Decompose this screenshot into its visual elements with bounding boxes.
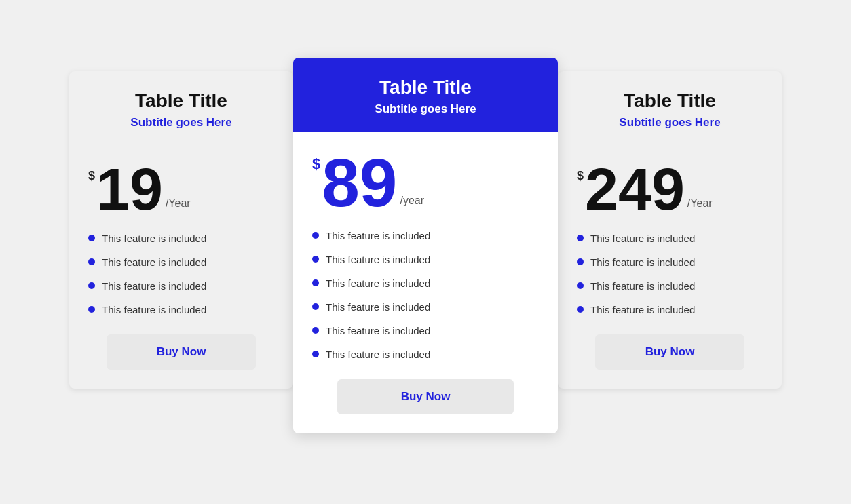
feature-text: This feature is included (326, 349, 430, 360)
feature-text: This feature is included (326, 325, 430, 336)
price-period-featured: /year (400, 195, 424, 207)
currency-symbol-basic: $ (88, 169, 95, 183)
list-item: This feature is included (577, 304, 763, 315)
buy-button-basic[interactable]: Buy Now (107, 334, 256, 370)
feature-text: This feature is included (590, 280, 695, 292)
price-section-featured: $89/year (312, 149, 539, 216)
feature-dot-icon (312, 279, 319, 286)
card-header-featured: Table TitleSubtitle goes Here (293, 58, 558, 132)
card-subtitle-enterprise: Subtitle goes Here (571, 116, 768, 130)
feature-text: This feature is included (102, 304, 206, 315)
card-body-enterprise: $249/YearThis feature is includedThis fe… (558, 143, 782, 389)
list-item: This feature is included (577, 233, 763, 244)
pricing-card-basic: Table TitleSubtitle goes Here$19/YearThi… (69, 71, 293, 389)
feature-dot-icon (312, 232, 319, 239)
feature-text: This feature is included (102, 256, 206, 268)
feature-text: This feature is included (326, 254, 430, 265)
feature-dot-icon (88, 282, 95, 289)
feature-dot-icon (312, 327, 319, 334)
features-list-basic: This feature is includedThis feature is … (88, 233, 274, 315)
list-item: This feature is included (312, 301, 539, 313)
pricing-card-enterprise: Table TitleSubtitle goes Here$249/YearTh… (558, 71, 782, 389)
card-body-featured: $89/yearThis feature is includedThis fea… (293, 132, 558, 433)
feature-dot-icon (88, 235, 95, 241)
buy-button-featured[interactable]: Buy Now (337, 379, 514, 414)
list-item: This feature is included (88, 304, 274, 315)
feature-text: This feature is included (326, 277, 430, 289)
feature-text: This feature is included (102, 280, 206, 292)
feature-dot-icon (577, 306, 584, 313)
card-header-basic: Table TitleSubtitle goes Here (69, 71, 293, 143)
list-item: This feature is included (577, 280, 763, 292)
currency-symbol-enterprise: $ (577, 169, 584, 183)
feature-text: This feature is included (102, 233, 206, 244)
feature-dot-icon (312, 303, 319, 310)
currency-symbol-featured: $ (312, 155, 320, 173)
card-title-enterprise: Table Title (571, 90, 768, 112)
card-title-featured: Table Title (307, 77, 544, 98)
feature-dot-icon (88, 306, 95, 313)
feature-text: This feature is included (590, 304, 695, 315)
price-section-basic: $19/Year (88, 159, 274, 219)
list-item: This feature is included (88, 256, 274, 268)
buy-button-enterprise[interactable]: Buy Now (595, 334, 744, 370)
features-list-featured: This feature is includedThis feature is … (312, 230, 539, 360)
pricing-container: Table TitleSubtitle goes Here$19/YearThi… (0, 51, 851, 454)
card-header-enterprise: Table TitleSubtitle goes Here (558, 71, 782, 143)
card-subtitle-featured: Subtitle goes Here (307, 102, 544, 116)
features-list-enterprise: This feature is includedThis feature is … (577, 233, 763, 315)
feature-dot-icon (577, 258, 584, 265)
list-item: This feature is included (312, 349, 539, 360)
feature-dot-icon (312, 351, 319, 357)
card-title-basic: Table Title (83, 90, 280, 112)
feature-text: This feature is included (326, 230, 430, 241)
list-item: This feature is included (577, 256, 763, 268)
price-amount-basic: 19 (96, 159, 163, 219)
price-period-enterprise: /Year (687, 197, 713, 210)
list-item: This feature is included (312, 254, 539, 265)
feature-dot-icon (312, 256, 319, 263)
price-amount-enterprise: 249 (585, 159, 685, 219)
feature-dot-icon (88, 258, 95, 265)
feature-text: This feature is included (590, 233, 695, 244)
price-section-enterprise: $249/Year (577, 159, 763, 219)
list-item: This feature is included (312, 325, 539, 336)
list-item: This feature is included (88, 280, 274, 292)
list-item: This feature is included (312, 277, 539, 289)
price-period-basic: /Year (166, 197, 191, 210)
pricing-card-featured: Table TitleSubtitle goes Here$89/yearThi… (293, 58, 558, 433)
feature-text: This feature is included (590, 256, 695, 268)
card-subtitle-basic: Subtitle goes Here (83, 116, 280, 130)
feature-text: This feature is included (326, 301, 430, 313)
feature-dot-icon (577, 282, 584, 289)
list-item: This feature is included (312, 230, 539, 241)
price-amount-featured: 89 (322, 149, 397, 216)
feature-dot-icon (577, 235, 584, 241)
card-body-basic: $19/YearThis feature is includedThis fea… (69, 143, 293, 389)
list-item: This feature is included (88, 233, 274, 244)
